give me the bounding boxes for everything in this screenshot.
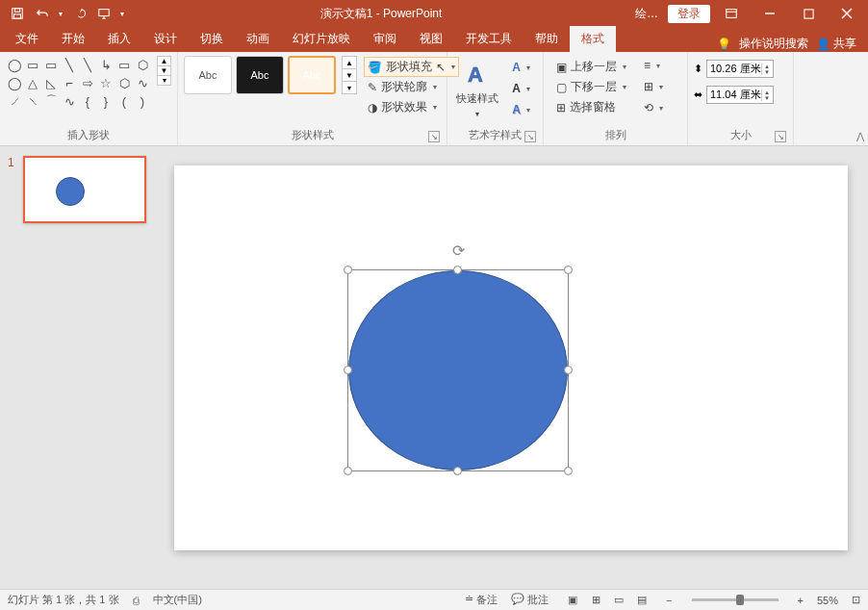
shape-style-1[interactable]: Abc <box>184 56 232 94</box>
group-button[interactable]: ⊞▾ <box>641 79 666 94</box>
shape-rect2-icon[interactable]: ▭ <box>115 56 133 73</box>
close-button[interactable] <box>830 0 864 27</box>
resize-handle-s[interactable] <box>453 467 462 475</box>
shape-scribble-icon[interactable]: ∿ <box>134 74 151 91</box>
tab-view[interactable]: 视图 <box>408 26 454 52</box>
tab-design[interactable]: 设计 <box>142 26 189 52</box>
tab-format[interactable]: 格式 <box>570 26 616 52</box>
shape-elbow-icon[interactable]: ⌐ <box>61 74 78 91</box>
slide-canvas-area[interactable]: ⟳ <box>154 146 868 589</box>
shape-style-3[interactable]: Abc <box>288 56 336 94</box>
ribbon-options-button[interactable] <box>714 0 749 27</box>
quick-styles-button[interactable]: A 快速样式 ▾ <box>453 56 501 123</box>
shape-outline-button[interactable]: ✎形状轮廓▾ <box>365 78 458 96</box>
bring-forward-button[interactable]: ▣上移一层▾ <box>553 58 629 76</box>
qat-customize-dropdown[interactable]: ▾ <box>117 2 127 25</box>
shape-line2-icon[interactable]: ╲ <box>79 56 96 73</box>
shape-triangle-icon[interactable]: △ <box>24 74 41 91</box>
slide[interactable]: ⟳ <box>174 165 848 550</box>
undo-dropdown[interactable]: ▾ <box>56 2 65 25</box>
resize-handle-ne[interactable] <box>564 266 573 274</box>
styles-up-icon[interactable]: ▲ <box>343 57 356 69</box>
redo-button[interactable] <box>67 2 90 25</box>
rotate-button[interactable]: ⟲▾ <box>641 100 666 115</box>
tab-transitions[interactable]: 切换 <box>189 26 235 52</box>
slide-counter[interactable]: 幻灯片 第 1 张，共 1 张 <box>8 593 119 607</box>
tab-animations[interactable]: 动画 <box>235 26 281 52</box>
resize-handle-e[interactable] <box>564 366 573 374</box>
notes-button[interactable]: ≐备注 <box>465 593 498 607</box>
save-button[interactable] <box>6 2 29 25</box>
resize-handle-n[interactable] <box>453 266 462 274</box>
tab-home[interactable]: 开始 <box>50 26 96 52</box>
shape-curve2-icon[interactable]: ⟍ <box>24 92 41 110</box>
shape-rtriangle-icon[interactable]: ◺ <box>42 74 60 91</box>
comments-button[interactable]: 💬批注 <box>511 593 549 607</box>
shape-paren-icon[interactable]: ( <box>115 92 133 110</box>
shape-textbox-icon[interactable]: ▭ <box>24 56 41 73</box>
oval-shape[interactable] <box>348 270 568 470</box>
styles-down-icon[interactable]: ▼ <box>343 69 356 82</box>
shape-brace2-icon[interactable]: } <box>97 92 115 110</box>
zoom-in-button[interactable]: + <box>798 595 804 606</box>
fit-to-window-button[interactable]: ⊡ <box>852 594 860 606</box>
resize-handle-w[interactable] <box>344 366 352 374</box>
spellcheck-icon[interactable]: ⎙ <box>133 595 140 606</box>
align-button[interactable]: ≡▾ <box>641 58 666 73</box>
gallery-up-icon[interactable]: ▲ <box>158 57 170 66</box>
resize-handle-nw[interactable] <box>344 266 352 274</box>
collapse-ribbon-button[interactable]: ⋀ <box>856 131 864 141</box>
shape-ellipse-icon[interactable]: ◯ <box>6 56 23 73</box>
shape-hex-icon[interactable]: ⬡ <box>115 74 133 91</box>
shape-star-icon[interactable]: ☆ <box>97 74 115 91</box>
shape-oval-icon[interactable]: ◯ <box>6 74 23 91</box>
slide-thumbnail-1[interactable]: 1 <box>8 156 146 223</box>
shape-rect-icon[interactable]: ▭ <box>42 56 60 73</box>
zoom-slider[interactable] <box>692 598 779 601</box>
zoom-slider-thumb[interactable] <box>736 595 744 605</box>
sorter-view-button[interactable]: ⊞ <box>585 592 606 609</box>
shapes-gallery[interactable]: ◯ ▭ ▭ ╲ ╲ ↳ ▭ ⬡ ◯ △ ◺ ⌐ ⇨ ☆ ⬡ ∿ ⟋ ⟍ ⌒ ∿ <box>6 56 151 110</box>
text-effects-button[interactable]: A▾ <box>509 102 533 117</box>
login-button[interactable]: 登录 <box>668 5 710 23</box>
shape-styles-gallery[interactable]: Abc Abc Abc ▲ ▼ ▾ <box>184 56 357 94</box>
shape-wave-icon[interactable]: ∿ <box>61 92 78 110</box>
shape-arrow-icon[interactable]: ⇨ <box>79 74 96 91</box>
shape-selection-box[interactable]: ⟳ <box>347 269 569 471</box>
normal-view-button[interactable]: ▣ <box>562 592 583 609</box>
shape-line-icon[interactable]: ╲ <box>61 56 78 73</box>
resize-handle-sw[interactable] <box>344 467 352 475</box>
shape-brace-icon[interactable]: { <box>79 92 96 110</box>
height-input[interactable]: 10.26 厘米▲▼ <box>706 60 774 78</box>
tab-insert[interactable]: 插入 <box>96 26 142 52</box>
tab-file[interactable]: 文件 <box>4 26 50 52</box>
reading-view-button[interactable]: ▭ <box>608 592 629 609</box>
maximize-button[interactable] <box>791 0 826 27</box>
selection-pane-button[interactable]: ⊞选择窗格 <box>553 98 629 116</box>
slide-thumbnails-panel[interactable]: 1 <box>0 146 154 589</box>
tell-me-search[interactable]: 操作说明搜索 <box>739 36 808 52</box>
wordart-dialog-launcher[interactable]: ↘ <box>524 131 536 142</box>
zoom-level[interactable]: 55% <box>817 595 838 606</box>
shape-paren2-icon[interactable]: ) <box>134 92 151 110</box>
shape-curve1-icon[interactable]: ⟋ <box>6 92 23 110</box>
gallery-more-icon[interactable]: ▾ <box>158 76 170 85</box>
shape-effects-button[interactable]: ◑形状效果▾ <box>365 98 458 116</box>
shape-fill-button[interactable]: 🪣形状填充↖▾ <box>365 58 458 76</box>
minimize-button[interactable] <box>753 0 787 27</box>
zoom-out-button[interactable]: − <box>666 595 672 606</box>
tab-review[interactable]: 审阅 <box>362 26 408 52</box>
shape-arc-icon[interactable]: ⌒ <box>42 92 60 110</box>
shape-freeform-icon[interactable]: ⬡ <box>134 56 151 73</box>
send-backward-button[interactable]: ▢下移一层▾ <box>553 78 629 96</box>
width-input[interactable]: 11.04 厘米▲▼ <box>706 86 774 104</box>
rotation-handle[interactable]: ⟳ <box>452 241 465 260</box>
resize-handle-se[interactable] <box>564 467 573 475</box>
share-button[interactable]: 👤共享 <box>816 36 856 52</box>
shape-styles-dialog-launcher[interactable]: ↘ <box>428 131 440 142</box>
tab-slideshow[interactable]: 幻灯片放映 <box>281 26 362 52</box>
tab-developer[interactable]: 开发工具 <box>454 26 523 52</box>
styles-more-icon[interactable]: ▾ <box>343 82 356 93</box>
shape-connector-icon[interactable]: ↳ <box>97 56 115 73</box>
gallery-down-icon[interactable]: ▼ <box>158 66 170 76</box>
